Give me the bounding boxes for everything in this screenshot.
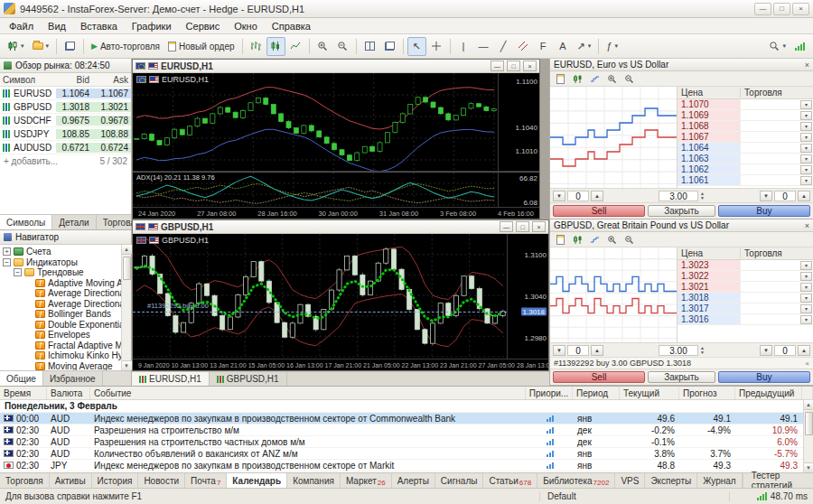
volume-dropdown-icon[interactable]: ▾: [800, 261, 812, 270]
volume-dropdown-icon[interactable]: ▾: [800, 294, 812, 303]
volume-dropdown-icon[interactable]: ▾: [800, 176, 812, 185]
sell-button[interactable]: Sell: [553, 371, 645, 383]
metaeditor-button[interactable]: [61, 37, 79, 56]
lot-spinner[interactable]: ▲▼: [700, 346, 705, 355]
dom-chart-mode-button[interactable]: [569, 233, 585, 246]
close-position-icon[interactable]: ×: [805, 359, 809, 368]
text-tool-button[interactable]: A: [554, 37, 573, 56]
column-previous[interactable]: Предыдущий: [735, 387, 802, 399]
sell-button[interactable]: Sell: [553, 205, 645, 217]
lot-size-input[interactable]: 3.00: [659, 345, 698, 356]
buy-volume-up-button[interactable]: ▲: [798, 345, 810, 356]
dom-price-row[interactable]: 1.1067 ▾: [678, 132, 813, 143]
chart-minimize-button[interactable]: —: [500, 221, 513, 232]
scroll-up-icon[interactable]: ▲: [804, 400, 813, 410]
close-position-button[interactable]: Закрыть: [648, 205, 715, 217]
dom-price-row[interactable]: 1.3022 ▾: [678, 271, 813, 282]
cursor-button[interactable]: ↖: [407, 37, 426, 56]
calendar-row[interactable]: 02:30 JPY Индекс менеджеров по закупкам …: [0, 460, 803, 471]
navigator-scrollbar[interactable]: ▲ ▼: [121, 245, 131, 370]
volume-dropdown-icon[interactable]: ▾: [800, 283, 812, 292]
new-chart-button[interactable]: ▾: [4, 37, 28, 56]
eurusd-adx-pane[interactable]: ADX(14) 20.21 11.38 9.76: [133, 173, 498, 207]
navigator-tree-item[interactable]: Average Directional Movement Index Wilde…: [0, 299, 121, 310]
column-ask[interactable]: Ask: [92, 75, 131, 85]
lot-size-input[interactable]: 3.00: [659, 191, 698, 201]
scroll-up-icon[interactable]: ▲: [122, 245, 132, 255]
panel-tab[interactable]: Символы: [0, 215, 52, 229]
dom-new-order-button[interactable]: [552, 72, 568, 85]
buy-volume-down-button[interactable]: ▼: [760, 191, 772, 201]
add-symbol-button[interactable]: + добавить...: [4, 156, 58, 166]
maximize-button[interactable]: □: [773, 3, 790, 15]
toolbox-tab[interactable]: Эксперты: [645, 473, 697, 488]
sell-volume-value[interactable]: 0: [567, 345, 589, 356]
dom-price-row[interactable]: 1.3021 ▾: [678, 282, 813, 293]
dom-price-row[interactable]: 1.1062 ▾: [678, 164, 813, 175]
profiles-button[interactable]: ▾: [29, 37, 53, 56]
toolbox-tab[interactable]: Календарь: [227, 473, 287, 488]
calendar-row[interactable]: 02:30 AUD Разрешения на строительство ча…: [0, 436, 803, 448]
calendar-row[interactable]: 02:30 AUD Разрешения на строительство м/…: [0, 425, 803, 436]
menu-item[interactable]: Окно: [227, 19, 265, 33]
chart-maximize-button[interactable]: □: [507, 61, 520, 71]
bars-chart-button[interactable]: [247, 37, 266, 56]
status-profile[interactable]: Default: [540, 491, 730, 501]
toolbox-tab[interactable]: VPS: [615, 473, 645, 488]
navigator-tree-item[interactable]: + Счета: [0, 247, 121, 257]
chart-tab[interactable]: EURUSD,H1: [132, 372, 210, 386]
calendar-scrollbar[interactable]: ▲ ▼: [803, 400, 813, 472]
indicators-button[interactable]: ƒ▾: [603, 37, 621, 56]
buy-volume-value[interactable]: 0: [774, 345, 796, 356]
tree-expander[interactable]: −: [14, 268, 22, 276]
auto-trading-button[interactable]: ▶ Авто-торговля: [88, 37, 164, 56]
dom-zoom-out-button[interactable]: [621, 72, 637, 85]
menu-item[interactable]: Вид: [41, 19, 73, 33]
dom-price-row[interactable]: 1.1064 ▾: [678, 143, 813, 154]
tree-expander[interactable]: +: [3, 247, 11, 256]
market-watch-row[interactable]: EURUSD 1.1064 1.1067: [0, 87, 131, 100]
dom-depth-mode-button[interactable]: [586, 233, 603, 246]
toolbox-tab[interactable]: Торговля: [0, 473, 50, 488]
chart-close-button[interactable]: ×: [532, 221, 546, 232]
cascade-windows-button[interactable]: [380, 37, 399, 56]
column-actual[interactable]: Текущий: [620, 387, 679, 399]
menu-item[interactable]: Файл: [2, 19, 41, 33]
column-bid[interactable]: Bid: [56, 75, 92, 85]
buy-volume-up-button[interactable]: ▲: [798, 191, 810, 201]
chart-minimize-button[interactable]: —: [491, 61, 504, 71]
volume-dropdown-icon[interactable]: ▾: [800, 272, 812, 281]
open-position-row[interactable]: #11392292 buy 3.00 GBPUSD 1.3018 ×: [550, 357, 813, 369]
panel-tab[interactable]: Общие: [0, 371, 43, 386]
navigator-tree-item[interactable]: − Трендовые: [0, 267, 121, 278]
buy-button[interactable]: Buy: [718, 371, 810, 383]
search-button[interactable]: ▾: [765, 37, 790, 56]
dom-zoom-in-button[interactable]: [603, 233, 620, 246]
column-period[interactable]: Период: [573, 387, 620, 399]
sell-volume-up-button[interactable]: ▲: [591, 191, 603, 201]
toolbox-tab[interactable]: Библиотека7202: [537, 473, 615, 488]
volume-dropdown-icon[interactable]: ▾: [800, 111, 812, 120]
dom-depth-mode-button[interactable]: [586, 72, 603, 85]
toolbox-tab[interactable]: Статьи678: [483, 473, 537, 488]
calendar-row[interactable]: 00:00 AUD Индекс менеджеров по закупкам …: [0, 413, 803, 425]
volume-dropdown-icon[interactable]: ▾: [800, 133, 812, 142]
dom-zoom-out-button[interactable]: [621, 233, 637, 246]
eurusd-window-titlebar[interactable]: EURUSD,H1 — □ ×: [133, 60, 539, 73]
chart-tab[interactable]: GBPUSD,H1: [210, 372, 287, 386]
zoom-in-button[interactable]: [313, 37, 332, 56]
close-position-button[interactable]: Закрыть: [648, 371, 715, 383]
buy-volume-down-button[interactable]: ▼: [760, 345, 772, 356]
column-symbol[interactable]: Символ: [0, 75, 56, 85]
calendar-row[interactable]: 02:30 AUD Количество объявлений о ваканс…: [0, 448, 803, 460]
gbpusd-time-axis[interactable]: 9 Jan 2020 10 Jan 13:00 13 Jan 21:00 15 …: [133, 359, 548, 370]
volume-dropdown-icon[interactable]: ▾: [800, 144, 812, 153]
calendar-group-row[interactable]: Понедельник, 3 Февраль: [0, 400, 803, 413]
close-button[interactable]: ×: [792, 3, 809, 15]
toolbox-tab[interactable]: Новости: [138, 473, 185, 488]
dom-price-row[interactable]: 1.3016 ▾: [678, 314, 813, 325]
dom-price-row[interactable]: 1.1061 ▾: [678, 175, 813, 186]
dom-price-row[interactable]: 1.1069 ▾: [678, 110, 813, 121]
column-time[interactable]: Время: [0, 387, 47, 399]
buy-volume-value[interactable]: 0: [774, 191, 796, 201]
